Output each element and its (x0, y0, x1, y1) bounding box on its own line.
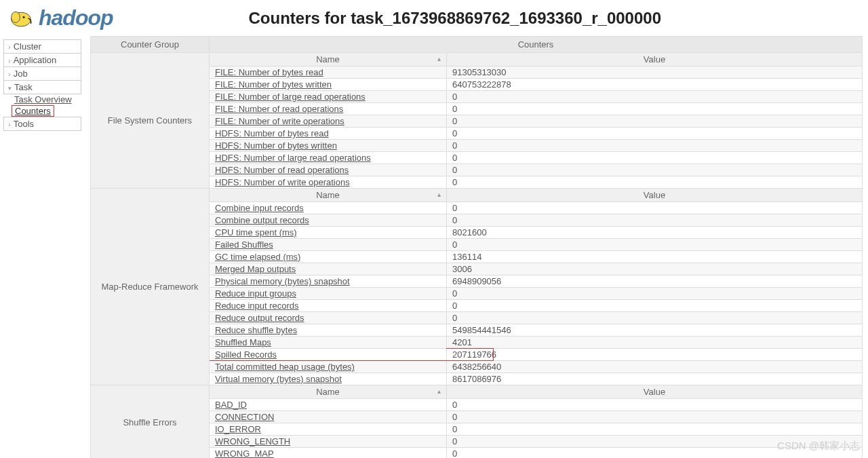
counter-value: 0 (447, 115, 863, 128)
group-cell: Map-Reduce Framework (91, 189, 210, 385)
counter-value: 0 (447, 239, 863, 251)
th-name[interactable]: Name▴ (210, 53, 447, 66)
counter-value: 0 (447, 411, 863, 423)
counter-link[interactable]: Reduce input records (215, 301, 299, 311)
counter-value: 0 (447, 176, 863, 189)
counter-value: 0 (447, 128, 863, 140)
counter-value: 91305313030 (447, 66, 863, 79)
counter-value: 0 (447, 202, 863, 214)
counter-link[interactable]: Virtual memory (bytes) snapshot (215, 374, 342, 384)
counter-link[interactable]: HDFS: Number of read operations (215, 165, 349, 175)
counter-value: 0 (447, 152, 863, 164)
counter-value: 0 (447, 214, 863, 227)
counter-value: 0 (447, 164, 863, 176)
sidebar-item-job[interactable]: Job (3, 66, 81, 81)
counter-link[interactable]: HDFS: Number of bytes read (215, 128, 329, 138)
counter-link[interactable]: FILE: Number of bytes read (215, 67, 323, 77)
counter-value: 6438256640 (447, 361, 863, 373)
counter-link[interactable]: Physical memory (bytes) snapshot (215, 276, 350, 286)
counter-link[interactable]: WRONG_MAP (215, 449, 274, 458)
counter-value: 0 (447, 103, 863, 115)
sidebar-sub-counters[interactable]: Counters (12, 105, 54, 117)
th-value[interactable]: Value (447, 189, 863, 202)
counter-link[interactable]: BAD_ID (215, 400, 247, 410)
th-counters: Counters (210, 37, 863, 53)
page-title: Counters for task_1673968869762_1693360_… (249, 9, 661, 28)
counter-link[interactable]: Merged Map outputs (215, 264, 296, 274)
th-name[interactable]: Name▴ (210, 189, 447, 202)
counter-value: 640753222878 (447, 79, 863, 91)
th-name[interactable]: Name▴ (210, 385, 447, 399)
counter-value: 0 (447, 91, 863, 103)
watermark: CSDN @韩家小志 (777, 440, 860, 453)
counter-value: 0 (447, 300, 863, 312)
counter-link[interactable]: Reduce shuffle bytes (215, 325, 297, 335)
counter-value: 8617086976 (447, 373, 863, 385)
counter-link[interactable]: WRONG_LENGTH (215, 436, 290, 446)
counter-value: 0 (447, 312, 863, 324)
counter-link[interactable]: Combine input records (215, 203, 304, 213)
counter-link[interactable]: HDFS: Number of large read operations (215, 153, 371, 163)
counter-value: 549854441546 (447, 324, 863, 337)
counter-link[interactable]: GC time elapsed (ms) (215, 252, 300, 262)
counter-value: 0 (447, 399, 863, 411)
counter-link[interactable]: CONNECTION (215, 412, 274, 422)
th-counter-group[interactable]: Counter Group (91, 37, 210, 53)
counter-link[interactable]: FILE: Number of read operations (215, 104, 343, 114)
sidebar-item-task[interactable]: Task (3, 80, 81, 94)
counter-link[interactable]: Reduce output records (215, 313, 304, 323)
counter-value: 0 (447, 288, 863, 300)
counter-link[interactable]: Failed Shuffles (215, 240, 273, 250)
counter-link[interactable]: IO_ERROR (215, 424, 261, 434)
page-header: hadoop Counters for task_1673968869762_1… (0, 0, 868, 36)
hadoop-elephant-icon (7, 7, 35, 29)
th-value[interactable]: Value (447, 53, 863, 66)
logo-text: hadoop (39, 5, 113, 31)
counter-value: 8021600 (447, 227, 863, 239)
svg-point-1 (12, 12, 20, 22)
counter-link[interactable]: FILE: Number of bytes written (215, 79, 332, 90)
counter-value: 3006 (447, 263, 863, 275)
counter-link[interactable]: Spilled Records (215, 349, 277, 360)
svg-point-2 (22, 16, 24, 18)
group-cell: Shuffle Errors (91, 385, 210, 459)
counter-link[interactable]: HDFS: Number of bytes written (215, 140, 337, 151)
sidebar-sub-task-overview[interactable]: Task Overview (3, 94, 81, 105)
group-cell: File System Counters (91, 53, 210, 189)
counter-value: 6948909056 (447, 275, 863, 288)
counter-link[interactable]: FILE: Number of large read operations (215, 92, 366, 102)
counter-value: 0 (447, 423, 863, 436)
counter-link[interactable]: CPU time spent (ms) (215, 227, 297, 237)
sidebar-item-application[interactable]: Application (3, 53, 81, 67)
counter-value: 207119766 (447, 349, 863, 361)
logo[interactable]: hadoop (7, 5, 113, 31)
counter-link[interactable]: Shuffled Maps (215, 337, 271, 347)
counter-link[interactable]: Reduce input groups (215, 288, 296, 299)
main-content: Counter Group Counters File System Count… (85, 36, 868, 458)
counter-link[interactable]: FILE: Number of write operations (215, 116, 344, 126)
th-value[interactable]: Value (447, 385, 863, 399)
counter-value: 136114 (447, 251, 863, 263)
sidebar-item-cluster[interactable]: Cluster (3, 39, 81, 54)
counter-link[interactable]: Combine output records (215, 215, 309, 225)
counter-value: 4201 (447, 337, 863, 349)
counters-table: Counter Group Counters File System Count… (90, 36, 863, 458)
sidebar-item-tools[interactable]: Tools (3, 117, 81, 131)
sidebar: ClusterApplicationJobTaskTask OverviewCo… (0, 36, 85, 458)
counter-link[interactable]: HDFS: Number of write operations (215, 177, 350, 187)
counter-link[interactable]: Total committed heap usage (bytes) (215, 362, 355, 372)
counter-value: 0 (447, 140, 863, 152)
